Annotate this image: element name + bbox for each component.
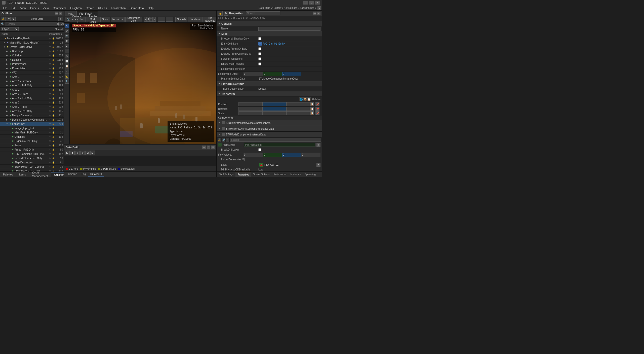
tree-item-8[interactable]: ▶ ■ VFX 👁 🔒 437 [0, 70, 64, 75]
show-all-toggle[interactable]: ShowAll [58, 22, 63, 26]
vis-lock-10[interactable]: 🔒 [52, 80, 55, 83]
tree-item-13[interactable]: ▶ ■ Area 2 - Props 👁 🔒 288 [0, 92, 64, 96]
menu-view[interactable]: View [18, 6, 28, 10]
bb-tab-data-build[interactable]: Data Build [88, 172, 104, 176]
expand-arrow-10[interactable]: ▶ [6, 80, 9, 83]
menu-edit[interactable]: Edit [10, 6, 18, 10]
scale-tool[interactable]: ⤢ [153, 17, 156, 22]
expand-arrow-21[interactable] [8, 127, 11, 130]
vis-lock-28[interactable]: 🔒 [52, 157, 55, 160]
measure-tool-btn[interactable]: 📐 [65, 74, 69, 79]
tree-item-23[interactable]: ■ Organics 👁 🔒 193 [0, 135, 64, 139]
tree-item-0[interactable]: ▼ ■ Location (Rio_Final) 👁 🔒 20453 [0, 36, 64, 41]
tree-item-24[interactable]: ■ Organics - PvE Only 👁 🔒 41 [0, 139, 64, 143]
db-minimize[interactable]: — [202, 146, 206, 149]
tree-item-30[interactable]: ■ Story Mode - 00 - General 👁 🔒 35 [0, 165, 64, 169]
db-settings-icon[interactable]: ⚙ [80, 151, 85, 155]
subdivide-button[interactable]: Subdivide [188, 17, 203, 22]
tree-item-17[interactable]: ▶ ■ Area 3 - PvE Only 👁 🔒 405 [0, 109, 64, 113]
vis-lock-5[interactable]: 🔒 [52, 58, 55, 61]
vis-eye-25[interactable]: 👁 [49, 144, 52, 147]
filter-icon[interactable]: ⚙ [11, 17, 16, 21]
expand-arrow-7[interactable]: ▶ [6, 67, 9, 70]
tree-item-7[interactable]: ▶ ■ Presentation 👁 🔒 208 [0, 66, 64, 70]
expand-arrow-26[interactable] [8, 148, 11, 151]
comp-chain-icon[interactable]: 🔗 [222, 138, 225, 141]
vis-eye-20[interactable]: 👁 [49, 122, 52, 125]
pbt-references[interactable]: References [271, 172, 288, 177]
flow-x-input[interactable] [244, 153, 263, 157]
tab-items[interactable]: Items [16, 172, 29, 177]
vis-lock-14[interactable]: 🔒 [52, 97, 55, 100]
look-clear-btn[interactable]: ✕ [316, 163, 320, 167]
flow-z-input[interactable] [282, 153, 301, 157]
tree-item-15[interactable]: ▶ ■ Area 3 👁 🔒 518 [0, 100, 64, 105]
expand-all-icon[interactable]: ↕ [58, 17, 63, 21]
menu-panels[interactable]: Panels [28, 6, 41, 10]
flow-y-input[interactable] [263, 153, 282, 157]
expand-arrow-15[interactable]: ▶ [6, 101, 9, 104]
vis-lock-24[interactable]: 🔒 [52, 139, 55, 143]
expand-arrow-0[interactable]: ▼ [1, 37, 4, 40]
expand-arrow-18[interactable]: ▶ [6, 114, 9, 117]
eye-icon[interactable]: 👁 [6, 17, 11, 21]
vis-lock-25[interactable]: 🔒 [52, 144, 55, 147]
vis-eye-13[interactable]: 👁 [49, 92, 52, 95]
show-button[interactable]: Show [100, 17, 110, 22]
prop-refresh-icon[interactable]: ↻ [224, 11, 228, 16]
expand-arrow-22[interactable] [8, 131, 11, 134]
vis-lock-29[interactable]: 🔒 [52, 161, 55, 164]
outliner-panel-controls[interactable]: — ✕ [55, 12, 62, 15]
tree-item-4[interactable]: ▶ ■ Collision 👁 🔒 305 [0, 53, 64, 58]
force-reflections-checkbox[interactable] [258, 57, 261, 60]
vis-eye-30[interactable]: 👁 [49, 165, 52, 168]
expand-arrow-17[interactable]: ▶ [6, 110, 9, 113]
vis-lock-4[interactable]: 🔒 [52, 54, 55, 57]
scale-paste-btn[interactable]: 📌 [315, 111, 319, 115]
menu-gamedata[interactable]: Game Data [128, 6, 146, 10]
snap-size-input[interactable]: 0.1 [166, 17, 173, 22]
db-build-icon[interactable]: ▶ [65, 151, 70, 155]
select-tool[interactable]: ↖ [144, 17, 147, 22]
vis-eye-0[interactable]: 👁 [49, 37, 52, 40]
expand-arrow-23[interactable] [8, 135, 11, 138]
tree-item-14[interactable]: ▶ ■ Area 2 - PvE Only 👁 🔒 489 [0, 96, 64, 100]
vis-eye-28[interactable]: 👁 [49, 157, 52, 160]
vfx-tool-btn[interactable]: ✦ [65, 69, 69, 74]
vis-eye-19[interactable]: 👁 [49, 118, 52, 121]
vis-lock-12[interactable]: 🔒 [52, 88, 55, 91]
tree-item-29[interactable]: ■ Ship Destruction 👁 🔒 61 [0, 160, 64, 165]
tree-item-26[interactable]: ■ Props - PvE Only 👁 🔒 80 [0, 148, 64, 152]
menu-containers[interactable]: Containers [51, 6, 68, 10]
vis-lock-23[interactable]: 🔒 [52, 135, 55, 138]
pos-y-input[interactable]: -1.7283 [262, 102, 286, 106]
menu-file[interactable]: File [1, 6, 10, 10]
expand-arrow-13[interactable]: ▶ [6, 92, 9, 95]
vis-eye-17[interactable]: 👁 [49, 110, 52, 113]
region-tool-btn[interactable]: ⬜ [65, 59, 69, 63]
vis-eye-31[interactable]: 👁 [49, 169, 52, 171]
vis-eye-7[interactable]: 👁 [49, 67, 52, 70]
outliner-minimize[interactable]: — [55, 12, 58, 15]
vis-eye-4[interactable]: 👁 [49, 54, 52, 57]
transform-section-header[interactable]: ▼ Transform [217, 91, 322, 96]
prop-minimize[interactable]: — [313, 12, 316, 15]
viewport[interactable]: Scoped: Invalid light/Agenda (126) FPS: … [70, 23, 216, 144]
anim-expand-btn[interactable]: + [316, 143, 320, 147]
snap-num-input[interactable]: 10 [158, 17, 165, 22]
vis-lock-20[interactable]: 🔒 [52, 122, 55, 125]
vis-eye-1[interactable]: 👁 [49, 41, 52, 44]
tree-item-22[interactable]: ■ Mini Mart - PvE Only 👁 🔒 11 [0, 130, 64, 135]
db-prev-icon[interactable]: ◀ [85, 151, 90, 155]
expand-arrow-1[interactable]: ▶ [3, 41, 6, 44]
properties-search-input[interactable] [246, 11, 280, 15]
outliner-close[interactable]: ✕ [59, 12, 62, 15]
rotate-tool[interactable]: ↻ [150, 17, 153, 22]
vis-lock-26[interactable]: 🔒 [52, 148, 55, 151]
vis-lock-2[interactable]: 🔒 [52, 45, 55, 48]
vis-eye-29[interactable]: 👁 [49, 161, 52, 164]
db-controls[interactable]: — □ ✕ [202, 146, 215, 149]
menu-create[interactable]: Create [84, 6, 96, 10]
expand-arrow-28[interactable] [8, 157, 11, 160]
vis-eye-3[interactable]: 👁 [49, 50, 52, 53]
